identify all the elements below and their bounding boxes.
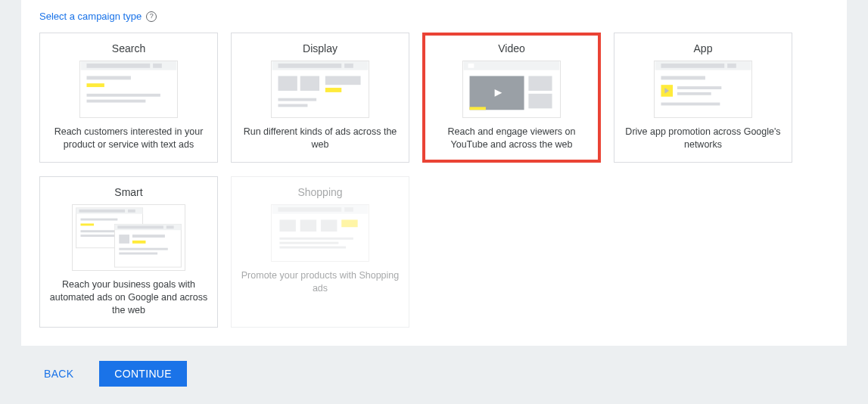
svg-rect-56 <box>279 238 353 240</box>
card-title: Search <box>49 42 208 54</box>
campaign-type-panel: Select a campaign type ? Search Reach cu… <box>21 0 847 346</box>
svg-rect-37 <box>80 223 94 225</box>
search-thumb-icon <box>79 61 178 118</box>
card-title: Shopping <box>241 186 400 198</box>
video-thumb-icon <box>462 61 561 118</box>
svg-rect-35 <box>128 210 135 213</box>
shopping-thumb-icon <box>271 204 369 262</box>
svg-rect-9 <box>344 64 353 68</box>
svg-rect-54 <box>321 219 337 232</box>
svg-rect-34 <box>79 210 126 213</box>
card-desc: Drive app promotion across Google's netw… <box>624 126 782 151</box>
card-title: Smart <box>49 186 208 198</box>
help-icon[interactable]: ? <box>146 11 157 22</box>
footer-actions: BACK CONTINUE <box>21 346 847 402</box>
campaign-card-display[interactable]: Display Run different kinds of ads acros… <box>231 33 409 163</box>
svg-rect-42 <box>117 225 163 228</box>
svg-rect-17 <box>468 64 474 68</box>
svg-rect-46 <box>132 241 146 244</box>
svg-rect-50 <box>278 207 342 212</box>
svg-rect-45 <box>132 235 165 238</box>
campaign-card-video[interactable]: Video Reach and engage viewers on YouTub… <box>422 33 601 163</box>
svg-rect-43 <box>166 225 174 228</box>
campaign-card-smart[interactable]: Smart <box>39 176 218 328</box>
card-desc: Promote your products with Shopping ads <box>241 269 400 295</box>
svg-rect-20 <box>470 107 486 110</box>
svg-rect-36 <box>80 218 117 220</box>
svg-rect-52 <box>279 219 295 232</box>
svg-rect-10 <box>278 76 297 90</box>
svg-rect-1 <box>87 64 151 68</box>
svg-rect-21 <box>528 76 552 90</box>
svg-rect-11 <box>300 76 319 90</box>
svg-rect-5 <box>87 94 160 97</box>
svg-rect-22 <box>528 94 552 108</box>
svg-rect-57 <box>279 241 338 244</box>
card-title: Display <box>241 42 400 54</box>
svg-rect-15 <box>278 104 308 107</box>
svg-rect-30 <box>677 92 711 95</box>
svg-rect-3 <box>87 76 131 79</box>
svg-rect-31 <box>661 103 720 106</box>
campaign-type-grid: Search Reach customers interested in you… <box>39 33 829 328</box>
svg-rect-55 <box>341 219 357 227</box>
card-title: Video <box>432 42 591 54</box>
card-title: App <box>624 42 782 54</box>
svg-rect-29 <box>677 86 721 89</box>
svg-rect-16 <box>464 61 560 70</box>
card-desc: Reach your business goals with automated… <box>49 278 208 317</box>
svg-rect-25 <box>727 64 736 68</box>
svg-rect-53 <box>300 219 316 232</box>
svg-rect-24 <box>661 64 725 68</box>
svg-rect-2 <box>153 64 162 68</box>
campaign-card-search[interactable]: Search Reach customers interested in you… <box>39 33 218 163</box>
svg-rect-48 <box>119 252 157 254</box>
campaign-card-app[interactable]: App Drive app promotion across Google's … <box>614 33 792 163</box>
svg-rect-6 <box>87 100 146 103</box>
app-thumb-icon <box>654 61 752 118</box>
card-desc: Run different kinds of ads across the we… <box>241 126 400 151</box>
back-button[interactable]: BACK <box>29 361 89 387</box>
section-title: Select a campaign type <box>39 11 142 22</box>
svg-rect-44 <box>119 235 129 244</box>
svg-rect-40 <box>114 224 181 267</box>
svg-rect-12 <box>325 76 361 85</box>
smart-thumb-icon <box>72 204 185 271</box>
card-desc: Reach customers interested in your produ… <box>49 126 208 151</box>
svg-rect-14 <box>278 98 317 101</box>
svg-rect-4 <box>87 83 104 87</box>
svg-rect-51 <box>344 207 353 212</box>
continue-button[interactable]: CONTINUE <box>99 361 187 387</box>
svg-rect-58 <box>279 246 346 248</box>
display-thumb-icon <box>271 61 369 118</box>
card-desc: Reach and engage viewers on YouTube and … <box>432 126 591 151</box>
svg-rect-8 <box>278 64 342 68</box>
campaign-card-shopping: Shopping Promote your products with Shop… <box>231 176 409 328</box>
svg-rect-47 <box>119 247 168 250</box>
svg-rect-13 <box>325 88 341 92</box>
svg-rect-26 <box>661 76 705 79</box>
